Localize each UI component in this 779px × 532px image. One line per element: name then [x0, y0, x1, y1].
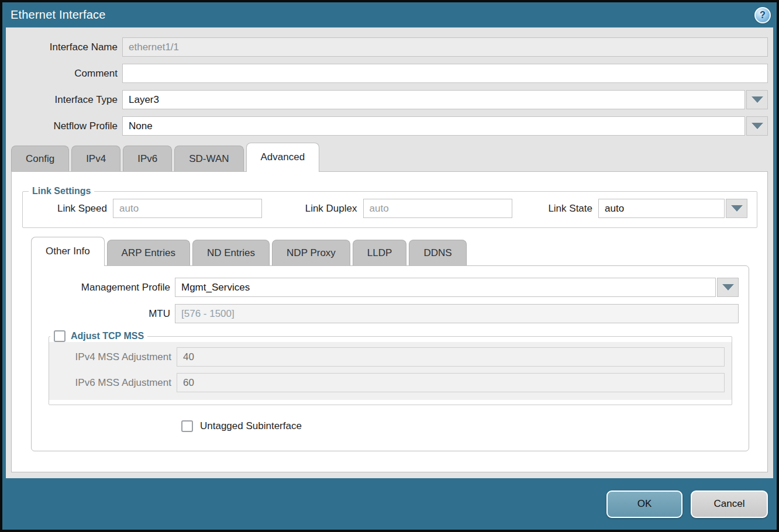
- sub-tabstrip: Other Info ARP Entries ND Entries NDP Pr…: [31, 237, 749, 265]
- ipv6-mss-row: IPv6 MSS Adjustment: [49, 373, 725, 392]
- tab-nd-entries[interactable]: ND Entries: [192, 240, 270, 265]
- link-duplex-group: Link Duplex: [293, 199, 512, 218]
- link-state-group: Link State auto: [543, 199, 747, 218]
- tab-sd-wan[interactable]: SD-WAN: [174, 146, 243, 171]
- tab-advanced[interactable]: Advanced: [246, 143, 320, 172]
- chevron-down-icon[interactable]: [746, 90, 768, 109]
- netflow-profile-dropdown[interactable]: None: [122, 116, 768, 136]
- cancel-button[interactable]: Cancel: [691, 490, 768, 518]
- untagged-subinterface-row: Untagged Subinterface: [181, 420, 739, 432]
- dialog-body: Interface Name Comment Interface Type La…: [6, 27, 773, 478]
- advanced-tab-panel: Link Settings Link Speed Link Duplex Lin…: [11, 171, 768, 472]
- titlebar: Ethernet Interface ?: [2, 2, 777, 27]
- help-icon[interactable]: ?: [754, 7, 771, 23]
- link-state-dropdown[interactable]: auto: [598, 199, 747, 218]
- link-settings-legend: Link Settings: [29, 186, 94, 196]
- untagged-subinterface-label: Untagged Subinterface: [200, 420, 302, 432]
- link-duplex-field[interactable]: [363, 199, 512, 218]
- tab-ndp-proxy[interactable]: NDP Proxy: [272, 240, 350, 265]
- comment-row: Comment: [11, 64, 768, 83]
- untagged-subinterface-checkbox[interactable]: [181, 420, 193, 432]
- adjust-tcp-mss-fieldset: Adjust TCP MSS IPv4 MSS Adjustment IPv6 …: [49, 330, 732, 405]
- interface-name-field: [122, 37, 768, 57]
- tab-ipv6[interactable]: IPv6: [123, 146, 172, 171]
- tab-config[interactable]: Config: [11, 146, 69, 171]
- interface-type-value[interactable]: Layer3: [122, 90, 745, 109]
- interface-type-dropdown[interactable]: Layer3: [122, 90, 768, 109]
- tab-other-info[interactable]: Other Info: [31, 237, 105, 266]
- comment-field[interactable]: [122, 64, 768, 83]
- chevron-down-icon: [752, 96, 763, 103]
- adjust-tcp-mss-checkbox[interactable]: [54, 330, 66, 342]
- link-settings-fieldset: Link Settings Link Speed Link Duplex Lin…: [22, 186, 757, 228]
- chevron-down-icon[interactable]: [717, 278, 739, 297]
- ok-button[interactable]: OK: [606, 490, 683, 518]
- tab-ddns[interactable]: DDNS: [409, 240, 466, 265]
- link-speed-label: Link Speed: [31, 203, 113, 215]
- netflow-profile-row: Netflow Profile None: [11, 116, 768, 136]
- ipv6-mss-field: [177, 373, 725, 392]
- interface-type-label: Interface Type: [11, 94, 122, 106]
- mtu-field[interactable]: [175, 304, 739, 323]
- other-info-panel: Management Profile Mgmt_Services MTU: [31, 265, 749, 451]
- link-state-label: Link State: [543, 203, 598, 215]
- link-speed-field[interactable]: [113, 199, 262, 218]
- ipv4-mss-row: IPv4 MSS Adjustment: [49, 347, 725, 367]
- management-profile-dropdown[interactable]: Mgmt_Services: [175, 278, 739, 297]
- adjust-tcp-mss-label: Adjust TCP MSS: [71, 331, 144, 341]
- comment-label: Comment: [11, 68, 122, 80]
- tab-ipv4[interactable]: IPv4: [71, 146, 120, 171]
- management-profile-value[interactable]: Mgmt_Services: [175, 278, 716, 297]
- management-profile-row: Management Profile Mgmt_Services: [32, 278, 739, 297]
- management-profile-label: Management Profile: [32, 282, 175, 293]
- link-state-value[interactable]: auto: [598, 199, 725, 218]
- netflow-profile-label: Netflow Profile: [11, 120, 122, 132]
- mtu-row: MTU: [32, 304, 739, 323]
- dialog-title: Ethernet Interface: [11, 8, 754, 22]
- chevron-down-icon: [722, 284, 734, 291]
- chevron-down-icon: [731, 205, 743, 212]
- link-speed-group: Link Speed: [31, 199, 262, 218]
- interface-name-row: Interface Name: [11, 37, 768, 57]
- ethernet-interface-dialog: Ethernet Interface ? Interface Name Comm…: [0, 0, 779, 532]
- tab-arp-entries[interactable]: ARP Entries: [107, 240, 190, 265]
- mtu-label: MTU: [32, 308, 175, 320]
- interface-name-label: Interface Name: [11, 42, 122, 53]
- link-duplex-label: Link Duplex: [293, 203, 363, 215]
- ipv4-mss-label: IPv4 MSS Adjustment: [49, 351, 177, 363]
- dialog-footer: OK Cancel: [2, 478, 777, 530]
- ipv6-mss-label: IPv6 MSS Adjustment: [49, 377, 177, 389]
- link-settings-row: Link Speed Link Duplex Link State auto: [23, 196, 757, 218]
- chevron-down-icon[interactable]: [746, 116, 768, 136]
- chevron-down-icon[interactable]: [726, 199, 747, 218]
- mss-disabled-block: IPv4 MSS Adjustment IPv6 MSS Adjustment: [49, 342, 732, 400]
- main-tabstrip: Config IPv4 IPv6 SD-WAN Advanced: [11, 143, 768, 171]
- tab-lldp[interactable]: LLDP: [353, 240, 407, 265]
- interface-type-row: Interface Type Layer3: [11, 90, 768, 109]
- chevron-down-icon: [752, 123, 763, 129]
- adjust-tcp-mss-legend: Adjust TCP MSS: [50, 330, 147, 342]
- other-info-section: Other Info ARP Entries ND Entries NDP Pr…: [31, 237, 749, 451]
- ipv4-mss-field: [177, 347, 725, 367]
- netflow-profile-value[interactable]: None: [122, 116, 745, 136]
